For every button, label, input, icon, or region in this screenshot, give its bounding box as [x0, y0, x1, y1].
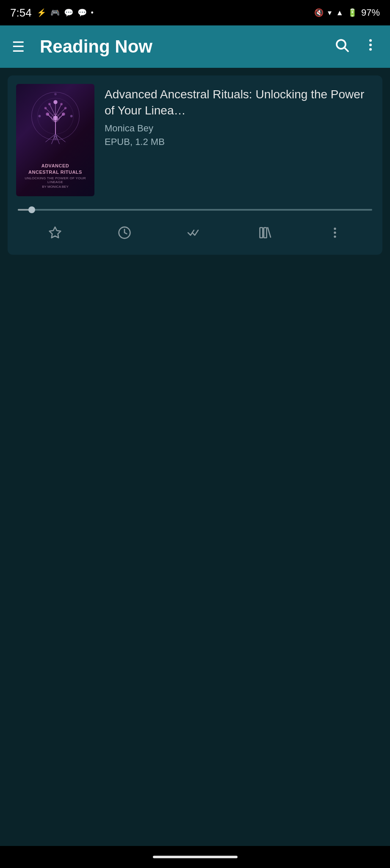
svg-point-39 [334, 236, 336, 238]
checkmark-icon[interactable] [184, 223, 206, 246]
svg-marker-33 [50, 227, 61, 238]
svg-point-30 [38, 115, 41, 117]
svg-point-19 [53, 100, 57, 104]
svg-point-31 [70, 115, 72, 117]
app-bar-right [334, 37, 378, 56]
battery-icon: 🔋 [348, 8, 357, 17]
svg-rect-36 [264, 228, 267, 238]
mute-icon: 🔇 [314, 8, 324, 17]
book-author: Monica Bey [105, 123, 374, 134]
home-indicator[interactable] [153, 856, 238, 858]
messenger-icon: 💬 [77, 8, 87, 17]
dot-icon: • [91, 8, 94, 17]
library-icon[interactable] [255, 223, 276, 246]
svg-line-1 [345, 47, 348, 51]
progress-thumb[interactable] [28, 206, 35, 213]
cover-subtitle: UNLOCKING THE POWER OF YOUR LINEAGE [19, 176, 91, 184]
cover-title-line1: ADVANCED [19, 163, 91, 169]
game-icon: 🎮 [50, 8, 60, 17]
svg-point-4 [369, 48, 372, 50]
more-book-options-icon[interactable] [325, 223, 345, 246]
search-icon[interactable] [334, 37, 349, 56]
progress-bar[interactable] [18, 209, 372, 211]
book-title: Advanced Ancestral Rituals: Unlocking th… [105, 86, 374, 119]
progress-container[interactable] [16, 209, 374, 223]
svg-point-3 [369, 44, 372, 46]
book-meta: EPUB, 1.2 MB [105, 136, 374, 147]
signal-icon: ▲ [336, 8, 343, 17]
svg-point-26 [53, 116, 58, 120]
battery-percent: 97% [361, 7, 380, 18]
bookmark-icon[interactable] [45, 223, 65, 246]
book-card[interactable]: ADVANCED ANCESTRAL RITUALS UNLOCKING THE… [8, 75, 382, 255]
svg-point-24 [48, 103, 51, 106]
app-bar: ☰ Reading Now [0, 25, 390, 68]
svg-point-23 [64, 107, 66, 109]
cover-title-line2: ANCESTRAL RITUALS [19, 169, 91, 175]
discord-icon: ⚡ [37, 8, 46, 17]
book-cover[interactable]: ADVANCED ANCESTRAL RITUALS UNLOCKING THE… [16, 84, 94, 196]
svg-point-20 [46, 112, 49, 116]
svg-point-32 [54, 93, 57, 95]
svg-point-2 [369, 39, 372, 42]
content-area: ADVANCED ANCESTRAL RITUALS UNLOCKING THE… [0, 68, 390, 843]
book-cover-art: ADVANCED ANCESTRAL RITUALS UNLOCKING THE… [16, 84, 94, 196]
bottom-nav-bar [0, 846, 390, 868]
svg-point-37 [334, 228, 336, 230]
chat-icon: 💬 [64, 8, 73, 17]
svg-point-38 [334, 231, 336, 234]
cover-author: BY MONICA BEY [19, 185, 91, 189]
status-left: 7:54 ⚡ 🎮 💬 💬 • [10, 6, 94, 19]
status-right: 🔇 ▾ ▲ 🔋 97% [314, 7, 380, 18]
hamburger-menu-icon[interactable]: ☰ [12, 38, 25, 55]
svg-point-22 [44, 107, 47, 109]
svg-point-21 [62, 112, 65, 116]
action-row [16, 223, 374, 246]
svg-rect-35 [260, 228, 263, 238]
svg-point-25 [60, 103, 63, 106]
status-notification-icons: ⚡ 🎮 💬 💬 • [37, 8, 94, 17]
status-time: 7:54 [10, 6, 32, 19]
wifi-icon: ▾ [328, 8, 332, 17]
book-info: Advanced Ancestral Rituals: Unlocking th… [105, 84, 374, 156]
book-cover-title-block: ADVANCED ANCESTRAL RITUALS UNLOCKING THE… [16, 163, 94, 189]
more-options-icon[interactable] [363, 37, 378, 56]
app-bar-left: ☰ Reading Now [12, 36, 152, 57]
book-card-top: ADVANCED ANCESTRAL RITUALS UNLOCKING THE… [16, 84, 374, 196]
page-title: Reading Now [40, 36, 152, 57]
history-icon[interactable] [114, 223, 135, 246]
status-bar: 7:54 ⚡ 🎮 💬 💬 • 🔇 ▾ ▲ 🔋 97% [0, 0, 390, 25]
